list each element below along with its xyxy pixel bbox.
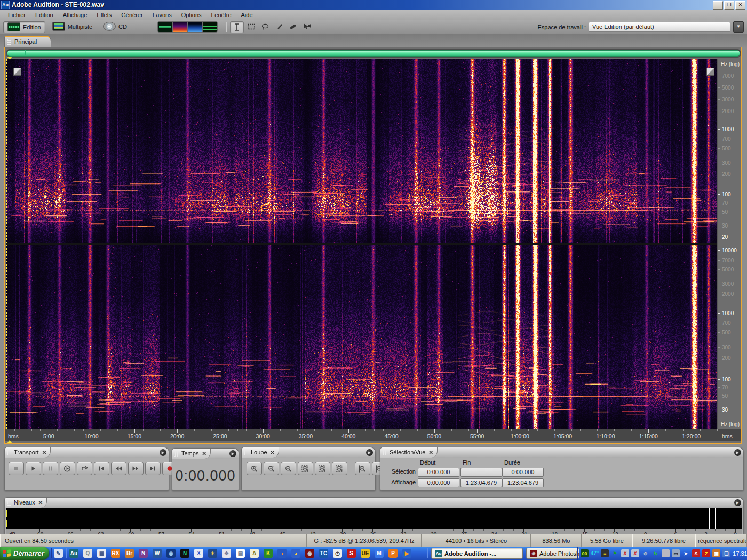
- zoom-selection-left-button[interactable]: [315, 462, 330, 475]
- netscape-icon[interactable]: N: [180, 549, 189, 558]
- stack-icon[interactable]: ≡: [601, 549, 609, 557]
- play-looped-button[interactable]: [60, 462, 75, 475]
- stop-button[interactable]: [9, 462, 24, 475]
- rx-icon[interactable]: RX: [111, 549, 120, 558]
- affichage-debut-field[interactable]: 0:00.000: [418, 478, 459, 487]
- playhead-marker-bottom[interactable]: [7, 440, 12, 443]
- zonealarm-icon[interactable]: Z: [702, 549, 710, 557]
- onenote-icon[interactable]: N: [139, 549, 148, 558]
- workspace-select[interactable]: Vue Edition (par défaut): [589, 22, 730, 32]
- tool-x-icon[interactable]: X: [194, 549, 203, 558]
- spectral-pan-display-icon[interactable]: [188, 22, 203, 32]
- loupe-panel-tab[interactable]: Loupe✕: [242, 447, 279, 458]
- overview-scrollbar[interactable]: [6, 49, 741, 58]
- task-adobe-photoshop[interactable]: ◉Adobe Photoshop: [526, 548, 579, 559]
- tag-icon[interactable]: ❖: [222, 549, 231, 558]
- menu-options[interactable]: Options: [177, 11, 206, 19]
- mode-cd-button[interactable]: CD: [99, 21, 131, 32]
- overview-scrollbar-thumb[interactable]: [7, 50, 740, 57]
- niveaux-panel-menu-icon[interactable]: ▶: [734, 499, 741, 506]
- menu-favoris[interactable]: Favoris: [148, 11, 177, 19]
- menu-edition[interactable]: Edition: [30, 11, 58, 19]
- minimize-button[interactable]: –: [713, 1, 723, 10]
- update-icon[interactable]: ↻: [651, 549, 659, 557]
- messenger-icon[interactable]: M: [375, 549, 384, 558]
- network-error2-icon[interactable]: ✗: [631, 549, 639, 557]
- zoom-in-vertical-button[interactable]: [355, 462, 370, 475]
- play-button[interactable]: [26, 462, 41, 475]
- go-to-end-button[interactable]: [145, 462, 161, 475]
- pause-button[interactable]: [43, 462, 58, 475]
- spybot-icon[interactable]: S: [692, 549, 700, 557]
- niveaux-panel-tab[interactable]: Niveaux✕: [5, 498, 47, 508]
- effects-paintbrush-tool[interactable]: [273, 21, 285, 32]
- mode-edition-button[interactable]: Edition: [3, 21, 45, 33]
- selection-view-panel-tab[interactable]: Sélection/Vue✕: [380, 447, 438, 458]
- spectrogram-canvas[interactable]: [6, 59, 718, 429]
- calculator-icon[interactable]: ▦: [97, 549, 106, 558]
- mode-multipiste-button[interactable]: Multipiste: [49, 21, 96, 32]
- rewind-button[interactable]: [111, 462, 126, 475]
- pdf-icon[interactable]: P: [388, 549, 398, 558]
- sync-folder-icon[interactable]: ❏: [722, 549, 730, 557]
- quicktime-icon[interactable]: Q: [83, 549, 92, 558]
- menu-effets[interactable]: Effets: [92, 11, 116, 19]
- zoom-to-selection-button[interactable]: [298, 462, 313, 475]
- menu-fenetre[interactable]: Fenêtre: [206, 11, 236, 19]
- affichage-duree-field[interactable]: 1:23:04.679: [502, 478, 544, 487]
- temps-panel-menu-icon[interactable]: ▶: [229, 450, 236, 457]
- spot-healing-brush-tool[interactable]: [287, 21, 299, 32]
- blocked-icon[interactable]: ⊘: [641, 549, 649, 557]
- close-panel-icon[interactable]: ✕: [428, 450, 433, 455]
- timer-icon[interactable]: ◷: [333, 549, 342, 558]
- bridge-icon[interactable]: Br: [125, 549, 134, 558]
- archive-icon[interactable]: A: [250, 549, 259, 558]
- planet-icon[interactable]: ◉: [166, 549, 176, 558]
- corner-grab-right-icon[interactable]: [706, 68, 714, 76]
- photoshop-eye-icon[interactable]: ◉: [305, 549, 314, 558]
- fast-forward-button[interactable]: [128, 462, 144, 475]
- affichage-fin-field[interactable]: 1:23:04.679: [460, 478, 502, 487]
- total-commander-icon[interactable]: TC: [319, 549, 328, 558]
- start-button[interactable]: Démarrer: [0, 547, 49, 560]
- lasso-selection-tool[interactable]: [259, 21, 272, 32]
- media-player-icon[interactable]: ▶: [402, 549, 411, 558]
- klite-icon[interactable]: K: [264, 549, 273, 558]
- frequency-ruler[interactable]: Hz (log)Hz (log)700050003000200010007005…: [717, 59, 741, 429]
- close-panel-icon[interactable]: ✕: [271, 450, 275, 455]
- selection-debut-field[interactable]: 0:00.000: [418, 468, 459, 477]
- scrub-tool[interactable]: [300, 21, 313, 32]
- close-panel-icon[interactable]: ✕: [38, 500, 43, 506]
- menu-affichage[interactable]: Affichage: [58, 11, 92, 19]
- menu-aide[interactable]: Aide: [236, 11, 258, 19]
- maximize-button[interactable]: ❐: [724, 1, 734, 10]
- zoom-in-horizontal-button[interactable]: [247, 462, 262, 475]
- word-icon[interactable]: W: [153, 549, 162, 558]
- waveform-display-icon[interactable]: [158, 22, 173, 32]
- transport-panel-tab[interactable]: Transport✕: [5, 447, 51, 458]
- sbp-icon[interactable]: S: [347, 549, 356, 558]
- flag-icon[interactable]: ⚑: [611, 549, 619, 557]
- scanner-icon[interactable]: ▣: [712, 549, 720, 557]
- input-panel-icon[interactable]: ✎: [54, 549, 63, 558]
- selection-duree-field[interactable]: 0:00.000: [502, 468, 544, 477]
- cursor-spark-icon[interactable]: ➤: [682, 549, 690, 557]
- zoom-out-horizontal-button[interactable]: [264, 462, 279, 475]
- close-button[interactable]: ✕: [735, 1, 745, 10]
- browser-globe-icon[interactable]: ◕: [291, 549, 300, 558]
- menu-generer[interactable]: Générer: [116, 11, 147, 19]
- document-icon[interactable]: ▤: [236, 549, 245, 558]
- menu-fichier[interactable]: Fichier: [3, 11, 30, 19]
- close-panel-icon[interactable]: ✕: [202, 451, 206, 457]
- close-panel-icon[interactable]: ✕: [42, 450, 46, 455]
- transport-panel-menu-icon[interactable]: ▶: [160, 449, 166, 456]
- spectral-frequency-display-icon[interactable]: [173, 22, 188, 32]
- workspace-dropdown-arrow[interactable]: ▼: [733, 21, 744, 33]
- temps-panel-tab[interactable]: Temps✕: [172, 449, 211, 459]
- audition-icon[interactable]: Au: [69, 549, 78, 558]
- numlock-indicator-icon[interactable]: 00: [581, 549, 589, 557]
- level-meter[interactable]: [6, 508, 742, 529]
- time-ruler[interactable]: hmshms5:0010:0015:0020:0025:0030:0035:00…: [5, 429, 741, 441]
- spectral-phase-display-icon[interactable]: [203, 22, 217, 32]
- corner-grab-left-icon[interactable]: [13, 68, 21, 76]
